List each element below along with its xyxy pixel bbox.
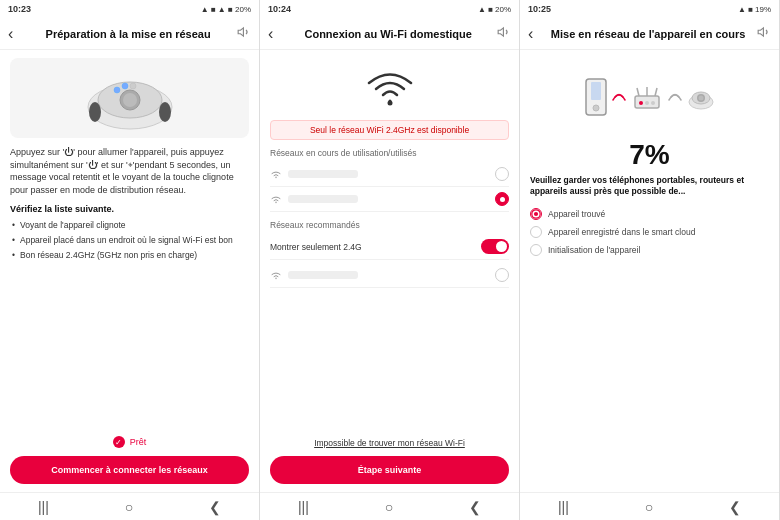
phone-icon (585, 78, 607, 116)
step-icon-2 (530, 226, 542, 238)
status-icons-2: ▲ ■ 20% (478, 5, 511, 14)
recent-btn-1[interactable]: ||| (38, 499, 49, 515)
radio-2[interactable] (495, 192, 509, 206)
wifi-icon-container (270, 64, 509, 114)
network-item-1[interactable] (270, 162, 509, 187)
svg-rect-14 (591, 82, 601, 100)
nav-bar-2: ‹ Connexion au Wi-Fi domestique (260, 18, 519, 50)
nav-title-3: Mise en réseau de l'appareil en cours (539, 28, 757, 40)
home-btn-3[interactable]: ○ (645, 499, 653, 515)
status-icons-1: ▲ ■ ▲ ■ 20% (201, 5, 251, 14)
recommended-label: Réseaux recommandés (270, 220, 509, 230)
verify-list: Voyant de l'appareil clignote Appareil p… (10, 218, 249, 263)
back-nav-btn-2[interactable]: ❮ (469, 499, 481, 515)
panel-content-1: Appuyez sur '⏻' pour allumer l'appareil,… (0, 50, 259, 492)
bottom-nav-1: ||| ○ ❮ (0, 492, 259, 520)
back-button-1[interactable]: ‹ (8, 25, 13, 43)
keep-close-text: Veuillez garder vos téléphones portables… (530, 175, 769, 197)
step-item-3: Initialisation de l'appareil (530, 241, 769, 259)
svg-point-21 (645, 101, 649, 105)
progress-percent: 7% (530, 139, 769, 171)
panel-connecting: 10:25 ▲ ■ 19% ‹ Mise en réseau de l'appa… (520, 0, 780, 520)
robot-svg (75, 62, 185, 134)
start-connect-button[interactable]: Commencer à connecter les réseaux (10, 456, 249, 484)
svg-marker-10 (498, 28, 503, 36)
signal-waves-icon (611, 87, 627, 107)
back-nav-btn-3[interactable]: ❮ (729, 499, 741, 515)
signal-waves-right-icon (667, 87, 683, 107)
pret-row: ✓ Prêt (10, 436, 249, 448)
bottom-nav-3: ||| ○ ❮ (520, 492, 779, 520)
radio-1[interactable] (495, 167, 509, 181)
svg-line-19 (655, 88, 657, 96)
back-button-2[interactable]: ‹ (268, 25, 273, 43)
step-item-2: Appareil enregistré dans le smart cloud (530, 223, 769, 241)
sound-icon-1[interactable] (237, 25, 251, 42)
verify-title: Vérifiez la liste suivante. (10, 204, 249, 214)
step-label-3: Initialisation de l'appareil (548, 245, 640, 255)
network-item-3[interactable] (270, 263, 509, 288)
recent-btn-3[interactable]: ||| (558, 499, 569, 515)
pret-icon: ✓ (113, 436, 125, 448)
svg-point-9 (159, 102, 171, 122)
warning-box: Seul le réseau WiFi 2.4GHz est disponibl… (270, 120, 509, 140)
panel-preparation: 10:23 ▲ ■ ▲ ■ 20% ‹ Préparation à la mis… (0, 0, 260, 520)
svg-point-11 (387, 101, 392, 106)
nav-bar-1: ‹ Préparation à la mise en réseau (0, 18, 259, 50)
back-button-3[interactable]: ‹ (528, 25, 533, 43)
panel-content-2: Seul le réseau WiFi 2.4GHz est disponibl… (260, 50, 519, 492)
status-time-1: 10:23 (8, 4, 31, 14)
home-btn-1[interactable]: ○ (125, 499, 133, 515)
nav-title-2: Connexion au Wi-Fi domestique (279, 28, 497, 40)
sound-icon-3[interactable] (757, 25, 771, 42)
svg-marker-0 (238, 28, 243, 36)
status-bar-3: 10:25 ▲ ■ 19% (520, 0, 779, 18)
verify-item-2: Appareil placé dans un endroit où le sig… (10, 233, 249, 248)
svg-point-8 (89, 102, 101, 122)
svg-line-17 (637, 88, 639, 96)
step-item-1: Appareil trouvé (530, 205, 769, 223)
status-icons-3: ▲ ■ 19% (738, 5, 771, 14)
radio-3[interactable] (495, 268, 509, 282)
next-step-button[interactable]: Étape suivante (270, 456, 509, 484)
impossible-link[interactable]: Impossible de trouver mon réseau Wi-Fi (270, 438, 509, 448)
wifi-small-icon-2 (270, 194, 282, 204)
bottom-nav-2: ||| ○ ❮ (260, 492, 519, 520)
toggle-switch[interactable] (481, 239, 509, 254)
network-item-2[interactable] (270, 187, 509, 212)
status-time-2: 10:24 (268, 4, 291, 14)
back-nav-btn-1[interactable]: ❮ (209, 499, 221, 515)
step-label-2: Appareil enregistré dans le smart cloud (548, 227, 695, 237)
svg-point-20 (639, 101, 643, 105)
step-label-1: Appareil trouvé (548, 209, 605, 219)
wifi-small-icon-1 (270, 169, 282, 179)
toggle-label: Montrer seulement 2.4G (270, 242, 362, 252)
recent-btn-2[interactable]: ||| (298, 499, 309, 515)
robot-image (10, 58, 249, 138)
sound-icon-2[interactable] (497, 25, 511, 42)
step-list: Appareil trouvé Appareil enregistré dans… (530, 205, 769, 259)
toggle-row: Montrer seulement 2.4G (270, 234, 509, 260)
svg-point-4 (123, 93, 137, 107)
current-networks-label: Réseaux en cours de utilisation/utilisés (270, 148, 509, 158)
svg-marker-12 (758, 28, 763, 36)
status-bar-2: 10:24 ▲ ■ 20% (260, 0, 519, 18)
instruction-text: Appuyez sur '⏻' pour allumer l'appareil,… (10, 146, 249, 196)
nav-title-1: Préparation à la mise en réseau (19, 28, 237, 40)
panel-wifi: 10:24 ▲ ■ 20% ‹ Connexion au Wi-Fi domes… (260, 0, 520, 520)
svg-point-22 (651, 101, 655, 105)
svg-point-26 (698, 95, 703, 100)
warning-text: Seul le réseau WiFi 2.4GHz est disponibl… (279, 125, 500, 135)
verify-item-3: Bon réseau 2.4GHz (5GHz non pris en char… (10, 248, 249, 263)
router-icon (631, 82, 663, 112)
panel-content-3: 7% Veuillez garder vos téléphones portab… (520, 50, 779, 492)
step-icon-3 (530, 244, 542, 256)
robot-small-icon (687, 82, 715, 112)
svg-point-5 (114, 87, 120, 93)
svg-point-6 (122, 83, 128, 89)
pret-label: Prêt (130, 437, 147, 447)
status-time-3: 10:25 (528, 4, 551, 14)
home-btn-2[interactable]: ○ (385, 499, 393, 515)
wifi-small-icon-3 (270, 270, 282, 280)
verify-item-1: Voyant de l'appareil clignote (10, 218, 249, 233)
